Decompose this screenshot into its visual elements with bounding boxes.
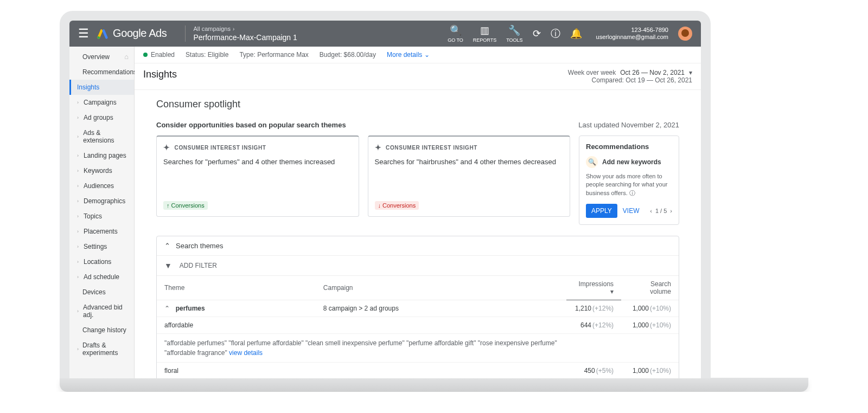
top-app-bar: ☰ Google Ads All campaigns› Performance-…: [69, 21, 701, 47]
search-themes-header[interactable]: ⌃ Search themes: [157, 236, 679, 256]
google-ads-icon: [97, 28, 108, 40]
sidebar-item-keywords[interactable]: ›Keywords: [69, 163, 134, 178]
reco-title: Recommendations: [586, 143, 672, 151]
breadcrumb[interactable]: All campaigns› Performance-Max-Campaign …: [193, 25, 297, 42]
conversions-down-badge: ↓ Conversions: [375, 201, 419, 210]
apply-button[interactable]: APPLY: [586, 204, 617, 218]
home-icon: ⌂: [124, 53, 129, 61]
sidebar-item-ads-extensions[interactable]: ›Ads & extensions: [69, 125, 134, 148]
dropdown-icon: ▾: [689, 69, 692, 76]
goto-button[interactable]: 🔍GO TO: [448, 24, 463, 43]
card-text: Searches for "perfumes" and 4 other them…: [163, 157, 352, 167]
sidebar-item-ad-schedule[interactable]: ›Ad schedule: [69, 269, 134, 285]
reports-button[interactable]: ▥REPORTS: [473, 24, 496, 43]
table-row-detail: "affordable perfumes" "floral perfume af…: [157, 334, 679, 363]
magnify-icon: 🔍: [586, 156, 598, 168]
arrow-up-icon: ↑: [167, 202, 170, 209]
sidebar-item-devices[interactable]: Devices: [69, 285, 134, 300]
chevron-right-icon: ›: [233, 26, 234, 32]
avatar[interactable]: [678, 27, 692, 41]
sidebar-item-insights[interactable]: Insights: [69, 80, 134, 95]
page-title: Insights: [143, 69, 177, 80]
col-search-volume[interactable]: Search volume: [621, 276, 679, 300]
conversions-up-badge: ↑ Conversions: [163, 201, 208, 210]
bar-chart-icon: ▥: [480, 24, 489, 36]
card-text: Searches for "hairbrushes" and 4 other t…: [375, 157, 564, 167]
sidebar-item-audiences[interactable]: ›Audiences: [69, 178, 134, 193]
spotlight-subtitle: Consider opportunities based on popular …: [156, 121, 346, 129]
table-row[interactable]: ⌃ perfumes 8 campaign > 2 ad groups 1,21…: [157, 300, 679, 317]
last-updated: Last updated November 2, 2021: [578, 121, 679, 129]
col-theme[interactable]: Theme: [157, 276, 316, 300]
sidebar-item-change-history[interactable]: Change history: [69, 322, 134, 338]
view-button[interactable]: VIEW: [623, 207, 640, 215]
status-value: Eligible: [208, 51, 229, 59]
more-details-link[interactable]: More details ⌄: [387, 51, 430, 59]
menu-icon[interactable]: ☰: [78, 27, 89, 41]
prev-icon[interactable]: ‹: [650, 208, 652, 214]
sidebar-item-adgroups[interactable]: ›Ad groups: [69, 110, 134, 125]
recommendations-card: Recommendations 🔍Add new keywords Show y…: [579, 135, 679, 225]
help-circle-icon[interactable]: ⓘ: [629, 190, 635, 196]
sort-down-icon: ▾: [610, 288, 614, 295]
account-info[interactable]: 123-456-7890 userloginname@gmail.com: [596, 27, 668, 41]
reco-description: Show your ads more often to people searc…: [586, 173, 667, 196]
search-themes-table: Theme Campaign Impressions ▾ Search volu…: [157, 276, 679, 378]
sidebar-item-placements[interactable]: ›Placements: [69, 224, 134, 239]
chevron-up-icon[interactable]: ⌃: [164, 305, 172, 312]
arrow-down-icon: ↓: [378, 202, 381, 209]
campaign-status-bar: Enabled Status: Eligible Type: Performan…: [135, 47, 701, 63]
notifications-icon[interactable]: 🔔: [570, 28, 582, 40]
chevron-right-icon: ›: [77, 100, 81, 105]
campaign-type: Performance Max: [257, 51, 309, 59]
status-dot-icon: [143, 53, 148, 57]
budget-value: $68.00/day: [344, 51, 376, 59]
help-icon[interactable]: ⓘ: [551, 27, 560, 40]
wrench-icon: 🔧: [508, 24, 520, 36]
spotlight-title: Consumer spotlight: [156, 99, 679, 110]
chevron-up-icon: ⌃: [164, 242, 170, 250]
sidebar-item-settings[interactable]: ›Settings: [69, 239, 134, 254]
insight-card-increased[interactable]: ✦CONSUMER INTEREST INSIGHT Searches for …: [156, 135, 359, 217]
col-campaign[interactable]: Campaign: [316, 276, 566, 300]
table-row[interactable]: affordable 644(+12%) 1,000(+10%): [157, 317, 679, 334]
filter-icon[interactable]: ▼: [164, 261, 172, 270]
sidebar-item-overview[interactable]: Overview⌂: [69, 49, 134, 64]
search-themes-panel: ⌃ Search themes ▼ ADD FILTER Theme Campa…: [156, 236, 679, 378]
view-details-link[interactable]: view details: [229, 349, 263, 357]
refresh-icon[interactable]: ⟳: [533, 28, 541, 40]
sidebar-item-recommendations[interactable]: Recommendations: [69, 64, 134, 80]
search-icon: 🔍: [450, 24, 462, 36]
col-impressions[interactable]: Impressions ▾: [566, 276, 621, 300]
product-name: Google Ads: [113, 27, 167, 40]
sidebar-item-locations[interactable]: ›Locations: [69, 254, 134, 269]
sparkle-icon: ✦: [163, 143, 170, 152]
main-content: Enabled Status: Eligible Type: Performan…: [135, 47, 701, 378]
sidebar-item-advanced-bid[interactable]: ›Advanced bid adj.: [69, 300, 134, 322]
add-filter-button[interactable]: ADD FILTER: [180, 262, 217, 269]
product-logo[interactable]: Google Ads: [97, 27, 167, 40]
sidebar-item-topics[interactable]: ›Topics: [69, 209, 134, 224]
pager-label: 1 / 5: [655, 208, 667, 214]
sidebar-item-drafts[interactable]: ›Drafts & experiments: [69, 338, 134, 360]
sidebar-nav: Overview⌂ Recommendations Insights ›Camp…: [69, 47, 135, 378]
insight-card-decreased[interactable]: ✦CONSUMER INTEREST INSIGHT Searches for …: [368, 135, 571, 217]
status-enabled: Enabled: [151, 51, 175, 59]
sparkle-icon: ✦: [375, 143, 382, 152]
reco-keyword-title: Add new keywords: [602, 158, 661, 166]
tools-button[interactable]: 🔧TOOLS: [506, 24, 522, 43]
sidebar-item-campaigns[interactable]: ›Campaigns: [69, 95, 134, 110]
svg-point-0: [97, 36, 100, 39]
sidebar-item-landing-pages[interactable]: ›Landing pages: [69, 148, 134, 163]
date-range-picker[interactable]: Week over week Oct 26 — Nov 2, 2021 ▾ Co…: [568, 69, 692, 84]
next-icon[interactable]: ›: [670, 208, 672, 214]
table-row[interactable]: floral 450(+5%) 1,000(+10%): [157, 363, 679, 378]
chevron-down-icon: ⌄: [424, 51, 430, 59]
sidebar-item-demographics[interactable]: ›Demographics: [69, 193, 134, 209]
